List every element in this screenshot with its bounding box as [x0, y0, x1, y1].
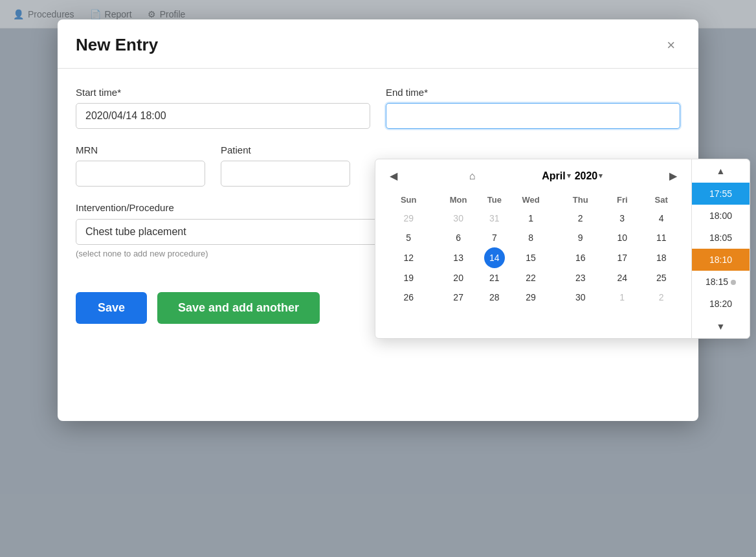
- calendar-day[interactable]: 26: [384, 288, 432, 307]
- calendar-day[interactable]: 31: [484, 209, 505, 228]
- calendar-home-button[interactable]: ⌂: [464, 168, 481, 185]
- time-item[interactable]: 18:05: [692, 227, 750, 249]
- day-header-sun: Sun: [384, 191, 432, 209]
- calendar-day[interactable]: 30: [557, 288, 604, 307]
- month-dropdown-arrow: ▾: [567, 172, 571, 180]
- patient-input[interactable]: [221, 161, 350, 187]
- patient-group: Patient: [221, 144, 350, 187]
- calendar-day[interactable]: 18: [640, 247, 682, 268]
- calendar-day[interactable]: 1: [604, 288, 640, 307]
- end-time-input[interactable]: [386, 103, 680, 129]
- day-header-mon: Mon: [432, 191, 484, 209]
- calendar-month-year: April ▾ 2020 ▾: [542, 170, 603, 182]
- calendar-day[interactable]: 20: [432, 268, 484, 288]
- calendar-day[interactable]: 14: [484, 247, 505, 268]
- calendar-day[interactable]: 25: [640, 268, 682, 288]
- mrn-label: MRN: [76, 144, 205, 155]
- day-header-fri: Fri: [604, 191, 640, 209]
- calendar-day[interactable]: 13: [432, 247, 484, 268]
- mrn-input[interactable]: [76, 161, 205, 187]
- calendar-day[interactable]: 16: [557, 247, 604, 268]
- start-time-label: Start time*: [76, 87, 370, 98]
- time-row: Start time* End time*: [76, 87, 680, 129]
- start-time-group: Start time*: [76, 87, 370, 129]
- calendar-day[interactable]: 15: [505, 247, 557, 268]
- day-header-sat: Sat: [640, 191, 682, 209]
- end-time-group: End time*: [386, 87, 680, 129]
- calendar-day[interactable]: 3: [604, 209, 640, 228]
- calendar-day[interactable]: 17: [604, 247, 640, 268]
- calendar-day[interactable]: 19: [384, 268, 432, 288]
- end-time-label: End time*: [386, 87, 680, 98]
- calendar-day[interactable]: 22: [505, 268, 557, 288]
- calendar-day[interactable]: 29: [384, 209, 432, 228]
- calendar-day[interactable]: 2: [640, 288, 682, 307]
- calendar-year-selector[interactable]: 2020 ▾: [575, 170, 603, 182]
- calendar-day[interactable]: 9: [557, 228, 604, 247]
- year-dropdown-arrow: ▾: [599, 172, 603, 180]
- calendar-day[interactable]: 30: [432, 209, 484, 228]
- time-up-button[interactable]: ▲: [692, 159, 750, 183]
- calendar-day[interactable]: 21: [484, 268, 505, 288]
- calendar-prev-button[interactable]: ◀: [384, 167, 403, 185]
- time-item[interactable]: 18:00: [692, 205, 750, 227]
- calendar-month-selector[interactable]: April ▾: [542, 170, 570, 182]
- calendar-day[interactable]: 4: [640, 209, 682, 228]
- modal-overlay: New Entry × Start time* End time* MRN: [0, 0, 756, 557]
- calendar-popup: ◀ ⌂ April ▾ 2020 ▾ ▶: [375, 159, 750, 339]
- time-item[interactable]: 17:55: [692, 183, 750, 205]
- time-item[interactable]: 18:10: [692, 249, 750, 271]
- calendar-day[interactable]: 6: [432, 228, 484, 247]
- calendar-day[interactable]: 12: [384, 247, 432, 268]
- calendar-day[interactable]: 28: [484, 288, 505, 307]
- calendar-day[interactable]: 1: [505, 209, 557, 228]
- modal-header: New Entry ×: [58, 19, 698, 69]
- modal-title: New Entry: [76, 35, 158, 55]
- calendar-day[interactable]: 24: [604, 268, 640, 288]
- month-label: April: [542, 170, 565, 182]
- time-picker: ▲ 17:5518:0018:0518:1018:1518:20 ▼: [691, 159, 750, 338]
- patient-label: Patient: [221, 144, 350, 155]
- calendar-day[interactable]: 11: [640, 228, 682, 247]
- save-button[interactable]: Save: [76, 292, 147, 324]
- calendar-day[interactable]: 10: [604, 228, 640, 247]
- time-item[interactable]: 18:20: [692, 293, 750, 315]
- year-label: 2020: [575, 170, 598, 182]
- calendar-nav: ◀ ⌂ April ▾ 2020 ▾ ▶: [384, 167, 682, 185]
- day-header-thu: Thu: [557, 191, 604, 209]
- time-list: 17:5518:0018:0518:1018:1518:20: [692, 183, 750, 315]
- time-down-button[interactable]: ▼: [692, 315, 750, 338]
- calendar-day[interactable]: 23: [557, 268, 604, 288]
- save-and-add-another-button[interactable]: Save and add another: [157, 292, 320, 324]
- calendar-day[interactable]: 2: [557, 209, 604, 228]
- calendar-day[interactable]: 27: [432, 288, 484, 307]
- procedure-label: Intervention/Procedure: [76, 202, 174, 213]
- new-entry-modal: New Entry × Start time* End time* MRN: [58, 19, 698, 421]
- calendar-grid: Sun Mon Tue Wed Thu Fri Sat 293031123456…: [384, 191, 682, 307]
- calendar-day[interactable]: 8: [505, 228, 557, 247]
- day-header-tue: Tue: [484, 191, 505, 209]
- calendar-main: ◀ ⌂ April ▾ 2020 ▾ ▶: [375, 159, 691, 338]
- day-header-wed: Wed: [505, 191, 557, 209]
- time-item[interactable]: 18:15: [692, 271, 750, 293]
- calendar-next-button[interactable]: ▶: [664, 167, 682, 185]
- close-button[interactable]: ×: [662, 36, 680, 55]
- mrn-group: MRN: [76, 144, 205, 187]
- start-time-input[interactable]: [76, 103, 370, 129]
- calendar-day[interactable]: 7: [484, 228, 505, 247]
- calendar-day[interactable]: 5: [384, 228, 432, 247]
- calendar-day[interactable]: 29: [505, 288, 557, 307]
